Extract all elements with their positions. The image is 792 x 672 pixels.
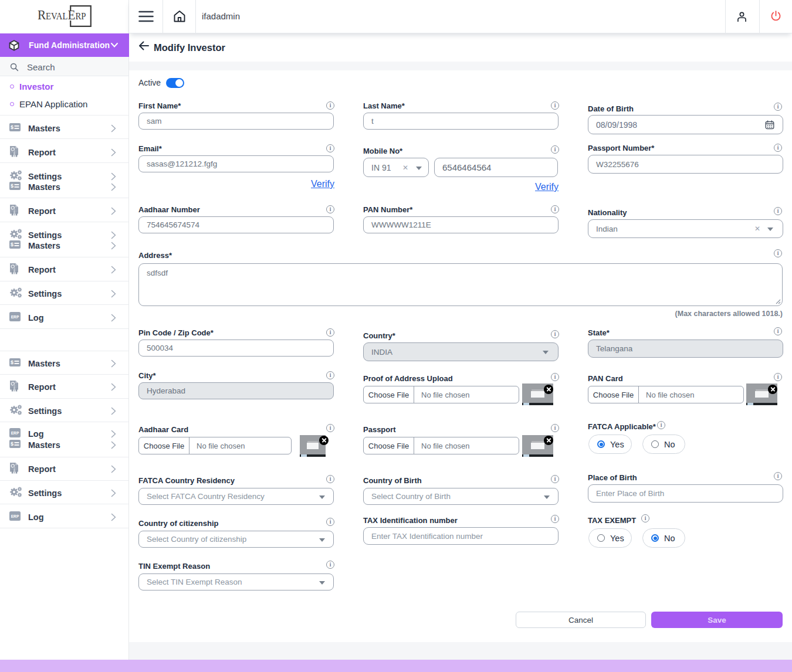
svg-text:$: $ xyxy=(11,441,13,447)
svg-text:ERP: ERP xyxy=(11,514,19,518)
svg-text:$: $ xyxy=(11,183,13,189)
svg-text:$: $ xyxy=(11,242,13,247)
svg-text:ERP: ERP xyxy=(11,315,19,319)
svg-text:$: $ xyxy=(11,124,13,130)
svg-text:$: $ xyxy=(11,359,13,365)
svg-text:ERP: ERP xyxy=(11,431,19,435)
